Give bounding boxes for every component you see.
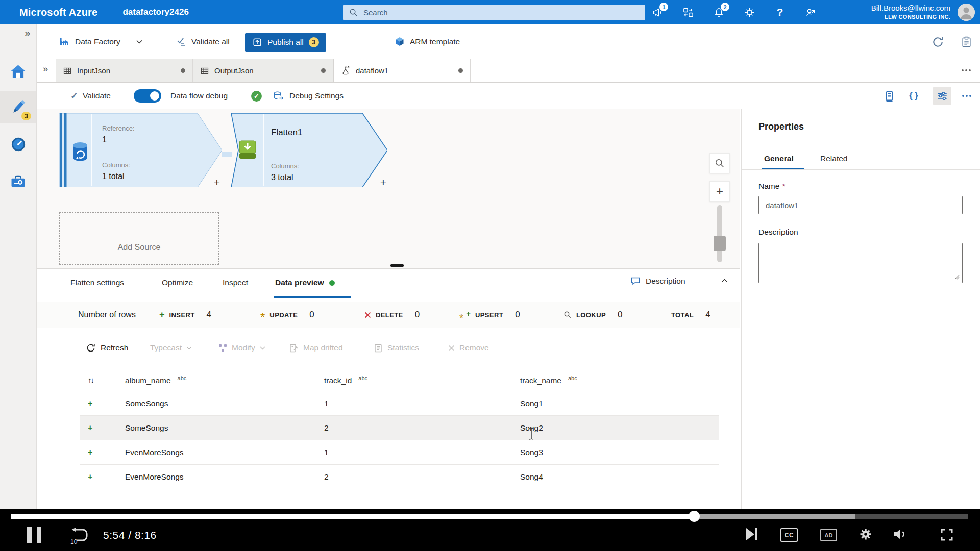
zoom-slider[interactable]	[717, 205, 722, 262]
canvas-search-button[interactable]	[709, 153, 730, 173]
tab-dataflow1[interactable]: dataflow1	[333, 59, 471, 82]
volume-button[interactable]	[892, 527, 909, 542]
add-source-dropzone[interactable]: Add Source	[59, 212, 219, 265]
help-button[interactable]: ?	[774, 6, 786, 18]
directory-switch-button[interactable]	[682, 6, 694, 18]
column-header[interactable]: track_name	[520, 376, 561, 385]
closed-captions-button[interactable]: CC	[780, 528, 798, 542]
validate-button[interactable]: ✓ Validate	[70, 83, 111, 109]
more-options-button[interactable]	[958, 87, 976, 105]
add-transform-button[interactable]: +	[380, 176, 386, 188]
nav-monitor[interactable]	[0, 128, 36, 161]
cell-track-id: 2	[324, 472, 520, 482]
audio-description-button[interactable]: AD	[820, 529, 837, 541]
flatten-node[interactable]: Flatten1 Columns: 3 total +	[231, 113, 387, 187]
text-cursor	[527, 427, 535, 441]
zoom-slider-handle[interactable]	[714, 236, 726, 251]
notifications-button[interactable]: 2	[713, 6, 725, 18]
nav-manage[interactable]	[0, 165, 36, 197]
resource-tabs: » InputJson OutputJson dataflow1	[37, 59, 980, 83]
cell-track-name: Song2	[520, 423, 719, 433]
table-row[interactable]: + SomeSongs 2 Song2	[80, 416, 719, 440]
flatten-icon	[238, 139, 257, 162]
debug-settings-button[interactable]: Debug Settings	[273, 83, 344, 109]
collapse-panel-button[interactable]	[721, 278, 728, 283]
add-transform-button[interactable]: +	[214, 176, 220, 188]
zoom-in-button[interactable]: +	[709, 181, 730, 202]
sort-icon[interactable]: ↑↓	[88, 375, 93, 384]
column-type-badge: abc	[358, 375, 368, 381]
factory-menu-label: Data Factory	[75, 37, 120, 46]
progress-handle[interactable]	[689, 511, 700, 522]
modify-button[interactable]: Modify	[218, 336, 265, 360]
avatar[interactable]	[958, 4, 975, 21]
nav-home[interactable]	[0, 55, 36, 88]
sliders-icon	[936, 90, 948, 102]
guide-button[interactable]	[960, 24, 973, 59]
code-button[interactable]: { }	[904, 87, 923, 105]
account-info[interactable]: Bill.Brooks@llwinc.com LLW CONSULTING IN…	[871, 3, 950, 20]
table-row[interactable]: + EvenMoreSongs 2 Song4	[80, 465, 719, 489]
next-video-button[interactable]	[745, 527, 758, 542]
validate-all-button[interactable]: Validate all	[176, 24, 230, 59]
description-textarea[interactable]	[758, 243, 963, 283]
data-preview-table: ↑↓ album_nameabc track_idabc track_namea…	[80, 369, 719, 489]
more-tabs-button[interactable]	[961, 67, 972, 74]
fullscreen-button[interactable]	[940, 528, 953, 541]
settings-button[interactable]	[743, 6, 755, 18]
expand-tabs-icon[interactable]: »	[43, 64, 48, 74]
table-row[interactable]: + SomeSongs 1 Song1	[80, 391, 719, 416]
tab-flatten-settings[interactable]: Flatten settings	[70, 278, 124, 287]
feedback-button[interactable]	[804, 6, 817, 18]
debug-settings-icon	[273, 90, 285, 102]
dataflow-debug-toggle[interactable]	[134, 89, 161, 103]
tab-general[interactable]: General	[764, 154, 794, 163]
remove-button[interactable]: Remove	[448, 336, 489, 360]
check-icon: ✓	[70, 90, 78, 102]
home-icon	[10, 64, 27, 80]
description-button[interactable]: Description	[630, 276, 685, 286]
player-settings-button[interactable]	[859, 527, 873, 541]
expand-rail-icon[interactable]: »	[24, 28, 30, 39]
typecast-button[interactable]: Typecast	[150, 336, 192, 360]
tab-related[interactable]: Related	[820, 154, 847, 163]
source-node[interactable]: Reference: 1 Columns: 1 total +	[59, 113, 222, 187]
tab-inputjson[interactable]: InputJson	[56, 59, 193, 82]
factory-name[interactable]: datafactory2426	[122, 7, 188, 17]
tab-optimize[interactable]: Optimize	[162, 278, 193, 287]
search-input[interactable]	[362, 8, 628, 17]
video-progress-bar[interactable]	[11, 514, 968, 519]
global-search[interactable]	[343, 5, 645, 20]
preview-actions-bar: Refresh Typecast Modify Map drifted Stat…	[37, 336, 740, 360]
factory-menu[interactable]: Data Factory	[58, 24, 142, 59]
tab-outputjson[interactable]: OutputJson	[193, 59, 333, 82]
settings-sliders-button[interactable]	[933, 87, 951, 105]
search-icon	[349, 8, 358, 17]
nav-author[interactable]: 3	[0, 91, 36, 123]
refresh-factory-button[interactable]	[932, 24, 944, 59]
map-drifted-button[interactable]: Map drifted	[289, 336, 343, 360]
rewind-10-button[interactable]: 10	[69, 527, 89, 545]
script-button[interactable]	[880, 87, 898, 105]
properties-panel: Properties General Related Name* Descrip…	[741, 109, 980, 509]
statistics-button[interactable]: Statistics	[374, 336, 419, 360]
column-header[interactable]: track_id	[324, 376, 352, 385]
table-row[interactable]: + EvenMoreSongs 1 Song3	[80, 440, 719, 465]
azure-brand[interactable]: Microsoft Azure	[19, 7, 97, 18]
validate-label: Validate	[83, 91, 111, 101]
name-label: Name*	[758, 182, 785, 191]
publish-count-badge: 3	[309, 37, 319, 47]
tab-data-preview[interactable]: Data preview	[275, 278, 335, 287]
announcements-button[interactable]: 1	[651, 6, 664, 18]
name-input[interactable]	[758, 196, 963, 214]
arm-template-button[interactable]: ARM template	[394, 24, 460, 59]
pause-button[interactable]	[27, 527, 41, 543]
publish-all-button[interactable]: Publish all 3	[245, 33, 326, 52]
tab-inspect[interactable]: Inspect	[223, 278, 248, 287]
refresh-button[interactable]: Refresh	[86, 336, 128, 360]
panel-resize-grip[interactable]	[390, 264, 404, 267]
column-header[interactable]: album_name	[125, 376, 171, 385]
delete-icon	[364, 312, 371, 318]
columns-label: Columns:	[102, 161, 130, 169]
textarea-resize-grip[interactable]	[953, 273, 960, 280]
